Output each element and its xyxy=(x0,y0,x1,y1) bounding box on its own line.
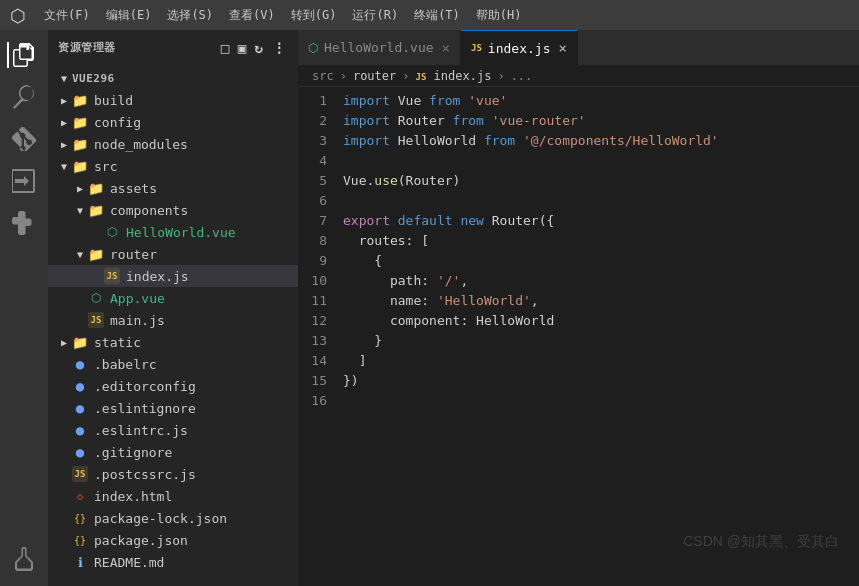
folder-icon: 📁 xyxy=(88,180,104,196)
tree-item-editorconfig[interactable]: ●.editorconfig xyxy=(48,375,298,397)
folder-icon: 📁 xyxy=(88,202,104,218)
file-icon: ● xyxy=(72,356,88,372)
file-icon: ● xyxy=(72,444,88,460)
tree-item-router[interactable]: ▼📁router xyxy=(48,243,298,265)
tree-item-src[interactable]: ▼📁src xyxy=(48,155,298,177)
folder-icon: 📁 xyxy=(72,136,88,152)
file-name: .editorconfig xyxy=(94,379,196,394)
tree-item-nodemodules[interactable]: ▶📁node_modules xyxy=(48,133,298,155)
menu-item[interactable]: 终端(T) xyxy=(408,5,466,26)
file-name: .eslintrc.js xyxy=(94,423,188,438)
tree-item-eslintrcjs[interactable]: ●.eslintrc.js xyxy=(48,419,298,441)
tree-item-components[interactable]: ▼📁components xyxy=(48,199,298,221)
tab-close[interactable]: × xyxy=(558,40,566,56)
breadcrumb-sep: › xyxy=(497,69,504,83)
tab-close[interactable]: × xyxy=(442,40,450,56)
folder-arrow: ▶ xyxy=(72,180,88,196)
breadcrumb-sep: › xyxy=(402,69,409,83)
new-file-icon[interactable]: □ xyxy=(219,38,232,58)
root-folder[interactable]: ▼ VUE296 xyxy=(48,67,298,89)
tab-indexjs[interactable]: JSindex.js× xyxy=(461,30,578,65)
tree-item-indexhtml[interactable]: ◇index.html xyxy=(48,485,298,507)
file-icon: ⬡ xyxy=(104,224,120,240)
main-layout: 资源管理器 □ ▣ ↻ ⋮ ▼ VUE296 ▶📁build▶📁config▶📁… xyxy=(0,30,859,586)
new-folder-icon[interactable]: ▣ xyxy=(236,38,249,58)
line-number: 9 xyxy=(298,251,343,271)
tree-item-Appvue[interactable]: ⬡App.vue xyxy=(48,287,298,309)
line-content: }) xyxy=(343,371,359,391)
sidebar-header-icons[interactable]: □ ▣ ↻ ⋮ xyxy=(219,38,288,58)
activity-search[interactable] xyxy=(7,80,41,114)
breadcrumb-item[interactable]: router xyxy=(353,69,396,83)
tab-label: HelloWorld.vue xyxy=(324,40,434,55)
tab-helloworld[interactable]: ⬡HelloWorld.vue× xyxy=(298,30,461,65)
tree-item-config[interactable]: ▶📁config xyxy=(48,111,298,133)
code-line: 4 xyxy=(298,151,859,171)
menu-item[interactable]: 转到(G) xyxy=(285,5,343,26)
code-line: 13 } xyxy=(298,331,859,351)
sidebar-title: 资源管理器 xyxy=(58,40,116,55)
menu-item[interactable]: 查看(V) xyxy=(223,5,281,26)
tabs-bar: ⬡HelloWorld.vue×JSindex.js× xyxy=(298,30,859,65)
menu-item[interactable]: 帮助(H) xyxy=(470,5,528,26)
menu-item[interactable]: 编辑(E) xyxy=(100,5,158,26)
tree-item-indexjs[interactable]: JSindex.js xyxy=(48,265,298,287)
menu-item[interactable]: 运行(R) xyxy=(346,5,404,26)
tree-item-babelrc[interactable]: ●.babelrc xyxy=(48,353,298,375)
code-line: 11 name: 'HelloWorld', xyxy=(298,291,859,311)
line-content: name: 'HelloWorld', xyxy=(343,291,539,311)
file-name: src xyxy=(94,159,117,174)
folder-arrow: ▶ xyxy=(56,92,72,108)
tree-item-build[interactable]: ▶📁build xyxy=(48,89,298,111)
title-bar: ⬡ 文件(F)编辑(E)选择(S)查看(V)转到(G)运行(R)终端(T)帮助(… xyxy=(0,0,859,30)
line-number: 15 xyxy=(298,371,343,391)
tree-item-READMEmd[interactable]: ℹREADME.md xyxy=(48,551,298,573)
tree-item-eslintignore[interactable]: ●.eslintignore xyxy=(48,397,298,419)
tree-item-packagejson[interactable]: {}package.json xyxy=(48,529,298,551)
folder-arrow: ▶ xyxy=(56,114,72,130)
breadcrumb-item[interactable]: ... xyxy=(511,69,533,83)
code-line: 1import Vue from 'vue' xyxy=(298,91,859,111)
tree-item-gitignore[interactable]: ●.gitignore xyxy=(48,441,298,463)
code-line: 6 xyxy=(298,191,859,211)
tree-item-HelloWorldvue[interactable]: ⬡HelloWorld.vue xyxy=(48,221,298,243)
tree-item-packagelockjson[interactable]: {}package-lock.json xyxy=(48,507,298,529)
code-line: 3import HelloWorld from '@/components/He… xyxy=(298,131,859,151)
breadcrumb-item[interactable]: JS index.js xyxy=(416,69,492,83)
tree-item-postcssrcjs[interactable]: JS.postcssrc.js xyxy=(48,463,298,485)
tree-item-mainjs[interactable]: JSmain.js xyxy=(48,309,298,331)
line-number: 3 xyxy=(298,131,343,151)
line-content xyxy=(343,151,351,171)
line-content: ] xyxy=(343,351,366,371)
code-editor[interactable]: 1import Vue from 'vue'2import Router fro… xyxy=(298,87,859,586)
activity-extensions[interactable] xyxy=(7,206,41,240)
file-name: components xyxy=(110,203,188,218)
collapse-icon[interactable]: ⋮ xyxy=(270,38,289,58)
line-number: 1 xyxy=(298,91,343,111)
activity-run[interactable] xyxy=(7,164,41,198)
menu-item[interactable]: 选择(S) xyxy=(161,5,219,26)
refresh-icon[interactable]: ↻ xyxy=(253,38,266,58)
folder-icon: 📁 xyxy=(88,246,104,262)
folder-arrow: ▶ xyxy=(56,334,72,350)
activity-explorer[interactable] xyxy=(7,38,41,72)
code-line: 16 xyxy=(298,391,859,411)
activity-git[interactable] xyxy=(7,122,41,156)
menu-item[interactable]: 文件(F) xyxy=(38,5,96,26)
file-name: main.js xyxy=(110,313,165,328)
tree-item-static[interactable]: ▶📁static xyxy=(48,331,298,353)
tree-item-assets[interactable]: ▶📁assets xyxy=(48,177,298,199)
code-line: 14 ] xyxy=(298,351,859,371)
menu-bar[interactable]: 文件(F)编辑(E)选择(S)查看(V)转到(G)运行(R)终端(T)帮助(H) xyxy=(38,5,528,26)
activity-test[interactable] xyxy=(7,542,41,576)
breadcrumb-item[interactable]: src xyxy=(312,69,334,83)
line-number: 4 xyxy=(298,151,343,171)
folder-arrow: ▼ xyxy=(72,202,88,218)
file-name: .postcssrc.js xyxy=(94,467,196,482)
line-number: 14 xyxy=(298,351,343,371)
folder-icon: 📁 xyxy=(72,92,88,108)
line-content: routes: [ xyxy=(343,231,429,251)
file-name: build xyxy=(94,93,133,108)
folder-icon: 📁 xyxy=(72,158,88,174)
file-name: index.html xyxy=(94,489,172,504)
